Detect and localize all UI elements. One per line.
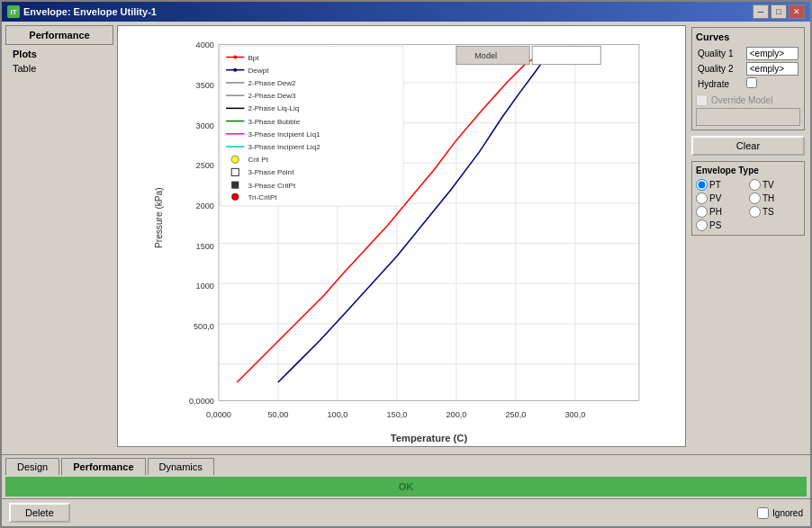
quality2-label: Quality 2 (696, 61, 744, 76)
tab-dynamics[interactable]: Dynamics (148, 458, 214, 475)
title-bar: iT Envelope: Envelope Utility-1 ─ □ ✕ (2, 2, 810, 22)
svg-text:2-Phase Dew3: 2-Phase Dew3 (248, 92, 296, 100)
svg-text:500,0: 500,0 (194, 322, 214, 331)
svg-point-58 (231, 156, 239, 163)
curves-box: Curves Quality 1 <emply> Quality 2 <empl… (691, 27, 805, 130)
svg-point-44 (233, 68, 237, 72)
section-label: Performance (5, 25, 113, 45)
svg-rect-60 (231, 168, 239, 175)
delete-button[interactable]: Delete (9, 503, 70, 523)
status-text: OK (399, 481, 414, 492)
override-label: Override Model (711, 95, 772, 105)
svg-text:250,0: 250,0 (505, 410, 526, 419)
title-bar-left: iT Envelope: Envelope Utility-1 (7, 5, 157, 18)
bottom-tabs: Design Performance Dynamics (2, 454, 810, 475)
nav-plots[interactable]: Plots (5, 47, 113, 61)
hydrate-label: Hydrate (696, 76, 744, 91)
quality1-row: Quality 1 <emply> (696, 46, 800, 61)
app-icon: iT (7, 5, 20, 18)
center-panel: 4000 3500 3000 2500 2000 1500 1000 500,0… (117, 25, 686, 447)
svg-text:4000: 4000 (196, 40, 214, 49)
ignored-label: Ignored (772, 508, 803, 518)
radio-ph-input[interactable] (696, 206, 708, 218)
svg-text:Model: Model (474, 51, 497, 60)
envelope-type-box: Envelope Type PT TV PV (691, 161, 805, 236)
svg-text:100,0: 100,0 (328, 410, 348, 419)
right-panel: Curves Quality 1 <emply> Quality 2 <empl… (690, 25, 807, 447)
radio-ps: PS (696, 219, 747, 231)
svg-text:150,0: 150,0 (387, 410, 408, 419)
radio-ph: PH (696, 206, 747, 218)
svg-point-64 (231, 193, 239, 201)
nav-table[interactable]: Table (5, 61, 113, 76)
main-window: iT Envelope: Envelope Utility-1 ─ □ ✕ Pe… (0, 0, 812, 528)
minimize-button[interactable]: ─ (753, 4, 769, 19)
envelope-type-title: Envelope Type (696, 166, 800, 175)
status-bar: OK (5, 477, 807, 497)
svg-text:3-Phase Bubble: 3-Phase Bubble (248, 118, 300, 126)
quality1-value[interactable]: <emply> (746, 47, 798, 60)
left-panel: Performance Plots Table (5, 25, 113, 447)
title-bar-controls: ─ □ ✕ (753, 4, 805, 19)
radio-ts: TS (749, 206, 800, 218)
svg-text:Crit Pt: Crit Pt (248, 156, 268, 164)
svg-text:Bpt: Bpt (248, 54, 259, 62)
svg-text:2-Phase Liq-Liq: 2-Phase Liq-Liq (248, 104, 299, 112)
override-row: Override Model (696, 94, 800, 106)
radio-pt: PT (696, 179, 747, 191)
svg-text:3500: 3500 (196, 81, 214, 90)
radio-th: TH (749, 192, 800, 204)
svg-text:Tri-CritPt: Tri-CritPt (248, 193, 277, 201)
bottom-bar: Delete Ignored (2, 498, 810, 526)
hydrate-checkbox[interactable] (746, 77, 757, 88)
radio-ts-input[interactable] (749, 206, 761, 218)
svg-text:3-Phase Incipient Liq2: 3-Phase Incipient Liq2 (248, 143, 320, 151)
hydrate-row: Hydrate (696, 76, 800, 91)
override-checkbox[interactable] (696, 94, 708, 106)
svg-text:3000: 3000 (196, 121, 214, 130)
svg-text:0,0000: 0,0000 (189, 397, 214, 406)
main-content: Performance Plots Table (2, 22, 810, 451)
radio-th-input[interactable] (749, 192, 761, 204)
left-nav: Plots Table (5, 47, 113, 76)
svg-text:1000: 1000 (196, 282, 214, 291)
close-button[interactable]: ✕ (789, 4, 805, 19)
svg-text:50,00: 50,00 (268, 410, 289, 419)
svg-text:Temperature (C): Temperature (C) (391, 433, 468, 443)
window-title: Envelope: Envelope Utility-1 (23, 6, 157, 17)
svg-point-41 (233, 55, 237, 58)
quality2-value[interactable]: <emply> (746, 62, 798, 76)
radio-pv-input[interactable] (696, 192, 708, 204)
svg-text:Dewpt: Dewpt (248, 67, 269, 75)
quality2-row: Quality 2 <emply> (696, 61, 800, 76)
svg-text:200,0: 200,0 (446, 410, 466, 419)
svg-text:2000: 2000 (196, 201, 214, 210)
svg-rect-62 (231, 182, 239, 189)
ignored-checkbox[interactable] (757, 507, 769, 519)
tab-design[interactable]: Design (5, 458, 59, 475)
curves-title: Curves (696, 31, 800, 42)
svg-text:1500: 1500 (196, 242, 214, 251)
radio-tv-input[interactable] (749, 179, 761, 191)
tab-performance[interactable]: Performance (61, 458, 145, 476)
maximize-button[interactable]: □ (771, 4, 787, 19)
svg-text:3-Phase Point: 3-Phase Point (248, 168, 294, 176)
chart-area: 4000 3500 3000 2500 2000 1500 1000 500,0… (117, 25, 686, 447)
svg-text:2-Phase Dew2: 2-Phase Dew2 (248, 79, 296, 87)
radio-pv: PV (696, 192, 747, 204)
radio-pt-input[interactable] (696, 179, 708, 191)
radio-grid: PT TV PV TH (696, 179, 800, 231)
radio-tv: TV (749, 179, 800, 191)
curves-table: Quality 1 <emply> Quality 2 <emply> Hydr… (696, 46, 800, 91)
svg-text:3-Phase Incipient Liq1: 3-Phase Incipient Liq1 (248, 130, 320, 139)
quality1-label: Quality 1 (696, 46, 744, 61)
ignored-row: Ignored (757, 507, 803, 519)
svg-text:2500: 2500 (196, 161, 214, 170)
svg-text:0,0000: 0,0000 (206, 410, 231, 419)
override-input (696, 108, 800, 126)
radio-ps-input[interactable] (696, 219, 708, 231)
svg-text:3-Phase CritPt: 3-Phase CritPt (248, 182, 295, 190)
clear-button[interactable]: Clear (691, 136, 805, 156)
svg-text:300,0: 300,0 (564, 410, 585, 419)
chart-svg: 4000 3500 3000 2500 2000 1500 1000 500,0… (118, 26, 685, 446)
